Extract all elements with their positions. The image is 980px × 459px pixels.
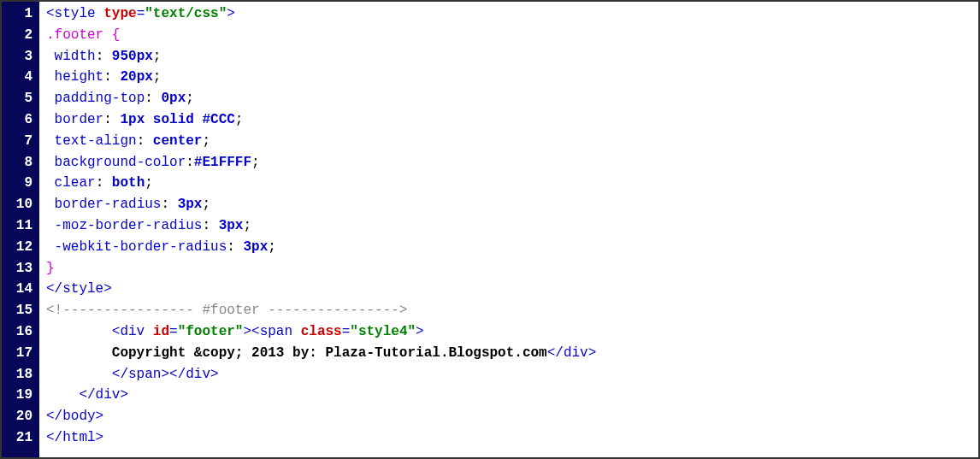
code-editor: 123456789101112131415161718192021 <style… xyxy=(0,0,980,459)
line-number: 7 xyxy=(5,131,32,152)
line-number: 15 xyxy=(5,300,32,321)
code-token: ; xyxy=(235,112,244,127)
code-area[interactable]: <style type="text/css">.footer { width: … xyxy=(39,2,978,457)
code-token: #E1FFFF xyxy=(194,155,251,170)
code-line[interactable]: <!---------------- #footer -------------… xyxy=(46,300,971,321)
code-token: text-align xyxy=(55,133,137,149)
code-token: <!---------------- #footer -------------… xyxy=(46,303,407,318)
line-number: 19 xyxy=(5,385,32,406)
code-token: height xyxy=(55,69,104,85)
code-line[interactable]: </body> xyxy=(46,406,971,427)
code-token: 1px solid #CCC xyxy=(120,112,234,127)
code-line[interactable]: </span></div> xyxy=(46,364,971,385)
code-token: ; xyxy=(153,49,162,64)
code-token: 3px xyxy=(178,197,203,212)
code-line[interactable]: border: 1px solid #CCC; xyxy=(46,109,971,131)
line-number: 5 xyxy=(5,88,32,109)
code-token: type xyxy=(103,6,136,21)
code-token: "style4" xyxy=(350,324,416,339)
code-line[interactable]: </div> xyxy=(46,385,971,406)
code-token xyxy=(46,155,55,170)
code-line[interactable]: text-align: center; xyxy=(46,131,971,152)
line-number: 4 xyxy=(5,67,32,88)
code-line[interactable]: -moz-border-radius: 3px; xyxy=(46,215,971,237)
code-line[interactable]: border-radius: 3px; xyxy=(46,194,971,215)
code-token: </span></div> xyxy=(112,367,219,382)
line-number: 18 xyxy=(5,364,32,385)
code-token: > xyxy=(227,6,235,21)
code-line[interactable]: height: 20px; xyxy=(46,67,971,88)
code-token: = xyxy=(169,324,178,339)
code-line[interactable]: clear: both; xyxy=(46,173,971,194)
code-token: 0px xyxy=(161,91,186,106)
code-token xyxy=(46,133,55,149)
line-number: 1 xyxy=(5,3,32,25)
line-number: 21 xyxy=(5,427,32,449)
code-line[interactable]: padding-top: 0px; xyxy=(46,88,971,109)
code-token: : xyxy=(186,155,194,170)
line-number: 16 xyxy=(5,321,32,343)
line-number: 11 xyxy=(5,215,32,237)
code-token: id xyxy=(153,324,169,339)
code-token: ; xyxy=(268,239,276,255)
code-token: 950px xyxy=(112,49,153,64)
code-token: class xyxy=(301,324,342,339)
code-token: 3px xyxy=(219,218,244,233)
code-token: ; xyxy=(145,175,153,191)
code-token: </div> xyxy=(547,345,597,361)
code-line[interactable]: <div id="footer"><span class="style4"> xyxy=(46,321,971,343)
code-token: : xyxy=(145,91,161,106)
code-token xyxy=(46,175,55,191)
code-token: </div> xyxy=(79,387,128,403)
code-token: both xyxy=(112,175,145,191)
code-line[interactable]: <style type="text/css"> xyxy=(46,3,971,25)
code-token: <style xyxy=(46,6,103,21)
code-line[interactable]: Copyright &copy; 2013 by: Plaza-Tutorial… xyxy=(46,343,971,364)
line-number: 8 xyxy=(5,152,32,174)
code-token: } xyxy=(46,261,55,276)
code-token: 20px xyxy=(120,69,152,85)
code-token xyxy=(46,91,55,106)
code-token: </html> xyxy=(46,430,103,445)
line-number: 12 xyxy=(5,237,32,258)
code-token xyxy=(46,218,55,233)
line-number: 3 xyxy=(5,46,32,68)
code-token: 3px xyxy=(243,239,268,255)
code-line[interactable]: width: 950px; xyxy=(46,46,971,68)
code-line[interactable]: .footer { xyxy=(46,25,971,46)
code-token: : xyxy=(103,69,120,85)
code-line[interactable]: </html> xyxy=(46,427,971,449)
code-token: width xyxy=(55,49,96,64)
code-token: > xyxy=(416,324,424,339)
line-number: 10 xyxy=(5,194,32,215)
code-token xyxy=(46,69,55,85)
code-line[interactable]: background-color:#E1FFFF; xyxy=(46,152,971,174)
line-number: 20 xyxy=(5,406,32,427)
code-token: background-color xyxy=(55,155,186,170)
code-token: center xyxy=(153,133,203,149)
code-token: : xyxy=(227,239,243,255)
code-token: -webkit-border-radius xyxy=(55,239,227,255)
code-line[interactable]: } xyxy=(46,258,971,280)
line-number: 6 xyxy=(5,109,32,131)
code-token: : xyxy=(161,197,177,212)
line-number: 13 xyxy=(5,258,32,280)
code-line[interactable]: -webkit-border-radius: 3px; xyxy=(46,237,971,258)
line-number: 2 xyxy=(5,25,32,46)
code-token: = xyxy=(137,6,145,21)
code-token: <div xyxy=(112,324,153,339)
code-token xyxy=(46,239,55,255)
code-token: </body> xyxy=(46,409,103,424)
code-token: border-radius xyxy=(55,197,162,212)
code-token: .footer { xyxy=(46,27,120,43)
code-token xyxy=(46,49,55,64)
code-line[interactable]: </style> xyxy=(46,279,971,300)
code-token xyxy=(46,197,55,212)
code-token: ><span xyxy=(243,324,300,339)
line-number: 17 xyxy=(5,343,32,364)
code-token: clear xyxy=(55,175,96,191)
code-token: : xyxy=(96,175,112,191)
code-token: Copyright &copy; 2013 by: Plaza-Tutorial… xyxy=(112,345,547,361)
code-token: ; xyxy=(153,69,162,85)
code-token: border xyxy=(55,112,104,127)
